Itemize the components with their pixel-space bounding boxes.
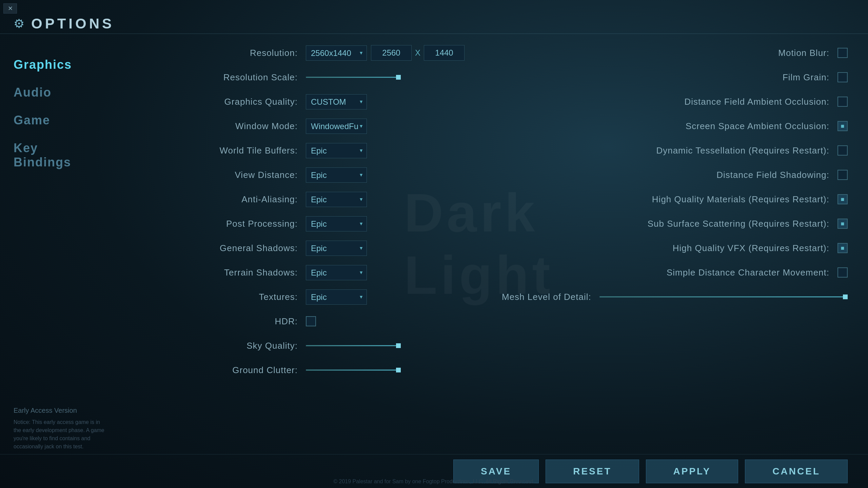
textures-control: Epic High Medium Low: [306, 289, 475, 305]
disclaimer: Early Access Version Notice: This early …: [14, 405, 108, 451]
close-icon: ✕: [8, 5, 13, 12]
graphics-quality-dropdown[interactable]: CUSTOM Low Medium High Epic: [306, 94, 367, 109]
general-shadows-dropdown-wrapper: Epic High Medium Low: [306, 241, 367, 256]
mesh-lod-label: Mesh Level of Detail:: [502, 292, 599, 302]
view-distance-dropdown[interactable]: Epic High Medium Low: [306, 167, 367, 183]
disclaimer-text: Notice: This early access game is in the…: [14, 418, 108, 451]
settings-icon: ⚙: [14, 17, 24, 31]
setting-row-simple-distance-char: Simple Distance Character Movement:: [502, 264, 848, 281]
setting-row-hq-vfx: High Quality VFX (Requires Restart):: [502, 239, 848, 257]
sidebar-item-key-bindings[interactable]: Key Bindings: [14, 141, 95, 169]
title-bar: ⚙ OPTIONS: [0, 14, 868, 34]
hq-vfx-label: High Quality VFX (Requires Restart):: [673, 243, 837, 253]
anti-aliasing-control: Epic High Medium Low: [306, 192, 475, 207]
world-tile-buffers-dropdown[interactable]: Epic High Medium Low: [306, 143, 367, 158]
motion-blur-checkbox[interactable]: [837, 48, 848, 58]
post-processing-dropdown[interactable]: Epic High Medium Low: [306, 216, 367, 231]
setting-row-terrain-shadows: Terrain Shadows: Epic High Medium Low: [129, 264, 475, 281]
dfs-label: Distance Field Shadowing:: [716, 170, 837, 180]
textures-label: Textures:: [129, 292, 306, 302]
sky-quality-slider[interactable]: [306, 345, 475, 346]
cancel-button[interactable]: CANCEL: [745, 460, 848, 483]
settings-panel: Resolution: 868x488 1920x1080 1280x720…: [108, 37, 868, 454]
post-processing-dropdown-wrapper: Epic High Medium Low: [306, 216, 367, 231]
view-distance-dropdown-wrapper: Epic High Medium Low: [306, 167, 367, 183]
setting-row-anti-aliasing: Anti-Aliasing: Epic High Medium Low: [129, 190, 475, 208]
sky-quality-label: Sky Quality:: [129, 341, 306, 351]
mesh-lod-thumb: [843, 294, 848, 299]
post-processing-control: Epic High Medium Low: [306, 216, 475, 231]
disclaimer-title: Early Access Version: [14, 405, 108, 415]
sky-quality-control: [306, 345, 475, 346]
terrain-shadows-control: Epic High Medium Low: [306, 265, 475, 280]
hq-vfx-checkbox[interactable]: [837, 243, 848, 253]
sidebar-item-game[interactable]: Game: [14, 113, 95, 127]
window-mode-control: WindowedFu Windowed Fullscreen: [306, 119, 475, 134]
window-mode-label: Window Mode:: [129, 121, 306, 131]
dfs-checkbox[interactable]: [837, 170, 848, 180]
film-grain-checkbox[interactable]: [837, 72, 848, 82]
resolution-width-input[interactable]: [371, 45, 412, 61]
anti-aliasing-label: Anti-Aliasing:: [129, 194, 306, 205]
ssao-checkbox[interactable]: [837, 121, 848, 131]
sky-quality-thumb: [396, 343, 401, 348]
setting-row-textures: Textures: Epic High Medium Low: [129, 288, 475, 306]
setting-row-resolution: Resolution: 868x488 1920x1080 1280x720…: [129, 44, 475, 62]
dynamic-tessellation-checkbox[interactable]: [837, 145, 848, 156]
setting-row-view-distance: View Distance: Epic High Medium Low: [129, 166, 475, 184]
setting-row-resolution-scale: Resolution Scale:: [129, 68, 475, 86]
sidebar: Graphics Audio Game Key Bindings: [0, 37, 108, 454]
view-distance-label: View Distance:: [129, 170, 306, 180]
settings-left-column: Resolution: 868x488 1920x1080 1280x720…: [129, 44, 475, 447]
dfao-checkbox[interactable]: [837, 97, 848, 107]
ground-clutter-control: [306, 369, 475, 371]
resolution-x-separator: X: [415, 48, 420, 58]
setting-row-ssao: Screen Space Ambient Occlusion:: [502, 117, 848, 135]
motion-blur-label: Motion Blur:: [778, 48, 837, 58]
graphics-quality-control: CUSTOM Low Medium High Epic: [306, 94, 475, 109]
setting-row-film-grain: Film Grain:: [502, 68, 848, 86]
ground-clutter-thumb: [396, 368, 401, 372]
resolution-inputs: X: [371, 45, 465, 61]
sdcm-checkbox[interactable]: [837, 267, 848, 278]
close-button[interactable]: ✕: [3, 3, 17, 14]
hdr-control: [306, 316, 475, 326]
world-tile-buffers-label: World Tile Buffers:: [129, 145, 306, 156]
ground-clutter-label: Ground Clutter:: [129, 365, 306, 375]
sidebar-item-audio[interactable]: Audio: [14, 85, 95, 100]
textures-dropdown[interactable]: Epic High Medium Low: [306, 289, 367, 305]
resolution-dropdown[interactable]: 868x488 1920x1080 1280x720: [306, 45, 367, 61]
hq-materials-checkbox[interactable]: [837, 194, 848, 204]
anti-aliasing-dropdown[interactable]: Epic High Medium Low: [306, 192, 367, 207]
terrain-shadows-dropdown-wrapper: Epic High Medium Low: [306, 265, 367, 280]
world-tile-buffers-dropdown-wrapper: Epic High Medium Low: [306, 143, 367, 158]
sss-checkbox[interactable]: [837, 219, 848, 229]
setting-row-post-processing: Post Processing: Epic High Medium Low: [129, 215, 475, 232]
resolution-scale-slider[interactable]: [306, 77, 475, 78]
setting-row-dfao: Distance Field Ambient Occlusion:: [502, 93, 848, 110]
hq-materials-label: High Quality Materials (Requires Restart…: [652, 194, 837, 205]
hdr-checkbox[interactable]: [306, 316, 316, 326]
ground-clutter-slider[interactable]: [306, 369, 475, 371]
resolution-scale-label: Resolution Scale:: [129, 72, 306, 83]
mesh-lod-slider[interactable]: [599, 296, 848, 298]
ground-clutter-track: [306, 369, 401, 371]
reset-button[interactable]: RESET: [546, 460, 639, 483]
film-grain-label: Film Grain:: [783, 72, 837, 83]
window-mode-dropdown[interactable]: WindowedFu Windowed Fullscreen: [306, 119, 367, 134]
resolution-height-input[interactable]: [424, 45, 465, 61]
resolution-scale-fill: [306, 77, 400, 78]
world-tile-buffers-control: Epic High Medium Low: [306, 143, 475, 158]
anti-aliasing-dropdown-wrapper: Epic High Medium Low: [306, 192, 367, 207]
setting-row-hdr: HDR:: [129, 312, 475, 330]
dynamic-tessellation-label: Dynamic Tessellation (Requires Restart):: [656, 145, 837, 156]
mesh-lod-fill: [600, 297, 847, 297]
sidebar-item-graphics[interactable]: Graphics: [14, 58, 95, 72]
page-title: OPTIONS: [31, 16, 114, 32]
general-shadows-dropdown[interactable]: Epic High Medium Low: [306, 241, 367, 256]
settings-right-column: Motion Blur: Film Grain: Distance Field …: [502, 44, 848, 447]
resolution-control: 868x488 1920x1080 1280x720 X: [306, 45, 475, 61]
apply-button[interactable]: APPLY: [646, 460, 738, 483]
terrain-shadows-dropdown[interactable]: Epic High Medium Low: [306, 265, 367, 280]
setting-row-dynamic-tessellation: Dynamic Tessellation (Requires Restart):: [502, 142, 848, 159]
